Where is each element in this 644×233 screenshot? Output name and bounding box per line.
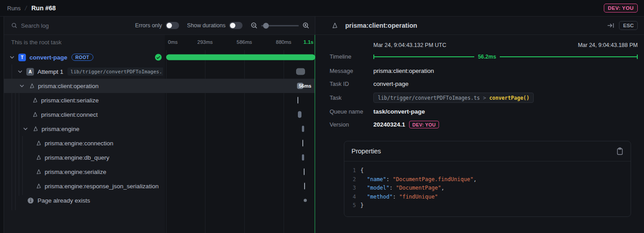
timeline-end-marker [314, 35, 315, 233]
chevron-down-icon[interactable] [17, 70, 24, 73]
tree-row-prisma-client-connect[interactable]: prisma:client:connect [4, 107, 315, 122]
breadcrumb-runs-link[interactable]: Runs [7, 5, 21, 12]
check-circle-icon [155, 54, 162, 61]
attempt-icon: A [26, 68, 34, 76]
tree-row-convert-page[interactable]: T convert-page ROOT [4, 50, 315, 64]
tree-row-page-already-exists[interactable]: Page already exists [4, 193, 315, 208]
collapse-panel-icon[interactable] [607, 22, 615, 29]
span-duration: 56.2ms [478, 54, 496, 60]
field-task: Task lib/trigger/convertPDFToImages.ts >… [330, 90, 638, 105]
timeline-zoom-controls [251, 22, 309, 29]
properties-code: 1{2 "name": "DocumentPage.findUnique",3 … [344, 161, 631, 216]
field-value: task/convert-page [373, 108, 425, 115]
detail-body: Mar 24, 9:04:43.132 PM UTC Mar 24, 9:04:… [315, 35, 644, 217]
prisma-icon [35, 169, 42, 175]
show-durations-control: Show durations [187, 22, 243, 29]
zoom-slider[interactable] [261, 25, 299, 26]
timeline-bar [302, 154, 304, 161]
chevron-down-icon[interactable] [22, 127, 29, 130]
timeline-bar [296, 68, 305, 75]
breadcrumb-separator: / [25, 4, 28, 12]
row-label: Page already exists [38, 197, 90, 204]
row-label: prisma:engine:serialize [45, 169, 106, 175]
row-label: prisma:client:operation [38, 83, 99, 89]
field-label: Timeline [330, 53, 373, 60]
main-area: Errors only Show durations [0, 17, 644, 233]
time-tick: 586ms [237, 39, 252, 45]
end-timestamp: Mar 24, 9:04:43.188 PM [578, 42, 638, 48]
search-icon [11, 22, 17, 29]
timeline-row: Timeline 56.2ms [330, 53, 638, 60]
environment-badge: DEV: YOU [409, 121, 439, 128]
tree-row-prisma-engine-serialize[interactable]: prisma:engine:serialize [4, 165, 315, 179]
line-end-cap [637, 55, 638, 59]
detail-header: prisma:client:operation ESC [315, 17, 644, 35]
task-source-chip[interactable]: lib/trigger/convertPDFToImages.ts > conv… [373, 93, 534, 103]
detail-header-actions: ESC [607, 21, 638, 30]
task-type-icon: T [18, 54, 26, 61]
top-bar: Runs / Run #68 DEV: YOU [0, 0, 644, 17]
page-title: Run #68 [31, 4, 55, 12]
esc-button[interactable]: ESC [619, 21, 638, 30]
row-label: prisma:client:connect [41, 111, 98, 118]
copy-icon[interactable] [616, 147, 623, 155]
field-value: convert-page [373, 80, 409, 87]
tree-row-prisma-engine[interactable]: prisma:engine [4, 122, 315, 136]
prisma-icon [31, 97, 38, 103]
time-tick: 0ms [168, 39, 178, 45]
errors-only-label: Errors only [135, 22, 162, 29]
row-label: convert-page [29, 54, 67, 61]
timeline-tick [297, 97, 298, 104]
tree-row-attempt-1[interactable]: A Attempt 1 lib/trigger/convertPDFToImag… [4, 64, 315, 79]
prisma-icon [331, 22, 338, 29]
show-durations-toggle[interactable] [229, 22, 243, 29]
errors-only-toggle[interactable] [166, 22, 179, 29]
field-label: Task ID [330, 80, 373, 87]
code-line: 5} [350, 201, 624, 210]
root-task-hint: This is the root task [11, 39, 62, 46]
zoom-out-icon[interactable] [251, 22, 258, 29]
field-message: Message prisma:client:operation [330, 64, 638, 77]
search-box[interactable] [11, 22, 127, 29]
prisma-icon [28, 83, 35, 89]
zoom-in-icon[interactable] [302, 22, 309, 29]
errors-only-control: Errors only [135, 22, 179, 29]
chevron-right-separator: > [483, 95, 486, 101]
search-input[interactable] [21, 22, 101, 29]
tree-row-prisma-client-serialize[interactable]: prisma:client:serialize [4, 93, 315, 107]
field-label: Queue name [330, 108, 373, 115]
trace-rows: T convert-page ROOT A Attempt 1 lib/trig… [4, 50, 315, 233]
detail-title: prisma:client:operation [345, 22, 602, 29]
time-tick: 880ms [276, 39, 292, 45]
tree-row-prisma-engine-response-json-serialization[interactable]: prisma:engine:response_json_serializatio… [4, 179, 315, 193]
prisma-icon [35, 154, 42, 161]
prisma-icon [35, 183, 42, 189]
timeline-bar [302, 126, 304, 132]
timestamps-row: Mar 24, 9:04:43.132 PM UTC Mar 24, 9:04:… [373, 42, 638, 48]
duration-label: 56ms [299, 83, 311, 89]
zoom-slider-handle[interactable] [263, 23, 269, 29]
chevron-down-icon[interactable] [18, 85, 25, 87]
row-label: prisma:engine:db_query [45, 154, 109, 161]
prisma-icon [35, 140, 42, 146]
environment-badge: DEV: YOU [604, 4, 638, 13]
time-tick: 293ms [197, 39, 213, 45]
tree-row-prisma-client-operation[interactable]: prisma:client:operation 56ms [4, 79, 315, 93]
toggle-knob [167, 23, 172, 28]
span-duration-line: 56.2ms [373, 54, 638, 60]
chevron-down-icon[interactable] [8, 56, 16, 59]
code-line: 2 "name": "DocumentPage.findUnique", [350, 175, 624, 184]
row-label: prisma:client:serialize [41, 97, 99, 104]
tree-row-prisma-engine-connection[interactable]: prisma:engine:connection [4, 136, 315, 150]
info-icon [27, 197, 34, 204]
field-label: Message [330, 68, 373, 74]
row-label: Attempt 1 [38, 68, 63, 75]
code-line: 4 "method": "findUnique" [350, 193, 624, 202]
tree-toolbar: Errors only Show durations [4, 17, 315, 35]
show-durations-label: Show durations [187, 22, 226, 29]
start-timestamp: Mar 24, 9:04:43.132 PM UTC [373, 42, 446, 48]
task-file-path: lib/trigger/convertPDFToImages.ts [378, 95, 480, 101]
code-line: 1{ [350, 166, 624, 175]
field-value: prisma:client:operation [373, 68, 434, 74]
tree-row-prisma-engine-db-query[interactable]: prisma:engine:db_query [4, 150, 315, 165]
